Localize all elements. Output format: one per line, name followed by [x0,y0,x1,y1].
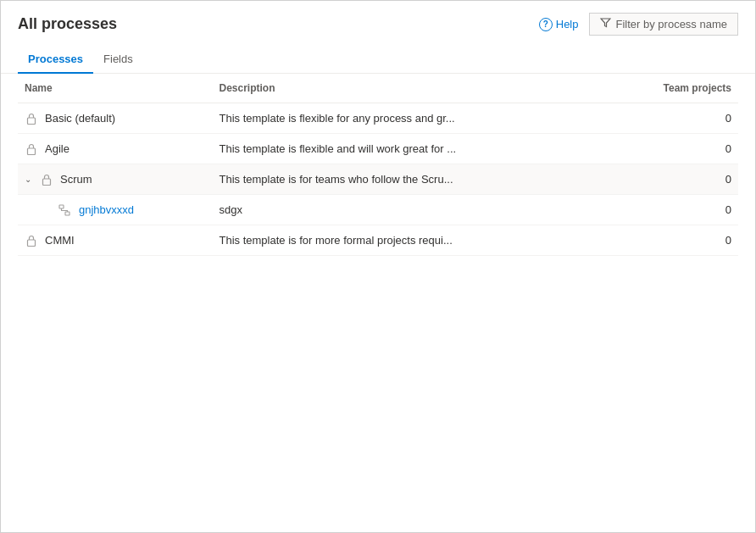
svg-rect-1 [28,148,36,155]
tab-processes[interactable]: Processes [18,46,93,74]
col-header-name: Name [18,74,213,103]
process-name: Scrum [60,173,92,186]
team-projects-count: 0 [609,225,738,256]
help-label: Help [556,18,579,31]
lock-icon [40,174,53,186]
header-actions: ? Help Filter by process name [539,13,738,36]
table-row: ⌄ ScrumThis template is for teams who fo… [18,164,738,195]
team-projects-count: 0 [609,195,738,225]
team-projects-count: 0 [609,103,738,134]
tab-fields[interactable]: Fields [93,46,143,74]
process-description: This template is flexible and will work … [213,134,609,164]
lock-icon [25,113,38,125]
table-container: Name Description Team projects Basic (de… [1,74,755,532]
row-name-cell: Agile [25,142,206,155]
process-description: This template is for teams who follow th… [213,164,609,195]
col-header-description: Description [213,74,609,103]
help-icon: ? [539,18,553,31]
main-window: All processes ? Help Filter by process n… [0,0,756,533]
svg-rect-0 [28,118,36,125]
lock-icon [25,235,38,247]
process-name[interactable]: gnjhbvxxxd [79,203,134,216]
process-description: This template is for more formal project… [213,225,609,256]
team-projects-count: 0 [609,164,738,195]
help-button[interactable]: ? Help [539,18,579,31]
col-header-team-projects: Team projects [609,74,738,103]
lock-icon [25,143,38,155]
row-name-cell: ⌄ Scrum [25,173,206,186]
filter-label: Filter by process name [616,18,728,31]
process-name: Agile [45,142,69,155]
processes-table: Name Description Team projects Basic (de… [18,74,738,256]
svg-rect-2 [43,179,51,186]
team-projects-count: 0 [609,134,738,164]
process-name: Basic (default) [45,112,115,125]
table-row: Basic (default)This template is flexible… [18,103,738,134]
page-title: All processes [18,15,117,33]
child-process-icon [58,204,72,216]
row-name-cell: Basic (default) [25,112,206,125]
svg-rect-4 [65,212,69,215]
row-name-cell: gnjhbvxxxd [25,203,206,216]
filter-button[interactable]: Filter by process name [589,13,739,36]
page-header: All processes ? Help Filter by process n… [1,1,755,36]
chevron-down-icon[interactable]: ⌄ [25,175,31,184]
filter-icon [600,18,611,31]
svg-rect-5 [28,240,36,247]
svg-rect-3 [59,205,64,208]
table-header-row: Name Description Team projects [18,74,738,103]
tabs-bar: Processes Fields [1,39,755,74]
table-row: gnjhbvxxxdsdgx0 [18,195,738,225]
process-name: CMMI [45,234,75,247]
process-description: This template is flexible for any proces… [213,103,609,134]
table-row: AgileThis template is flexible and will … [18,134,738,164]
row-name-cell: CMMI [25,234,206,247]
process-description: sdgx [213,195,609,225]
table-row: CMMIThis template is for more formal pro… [18,225,738,256]
